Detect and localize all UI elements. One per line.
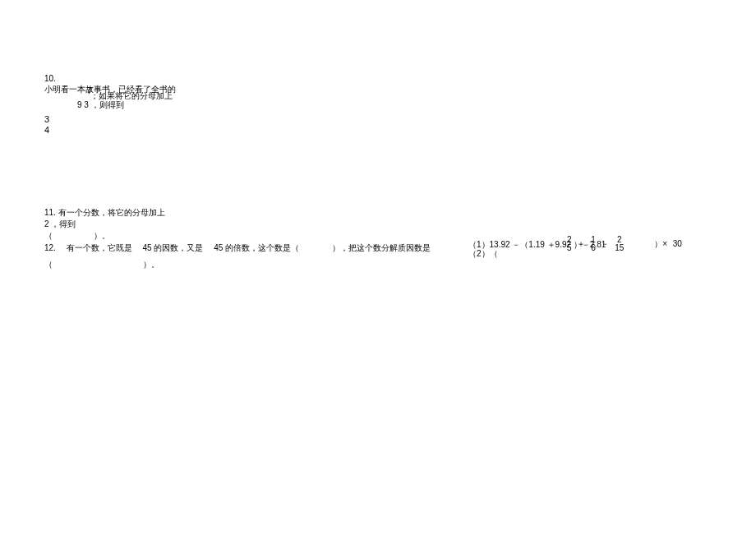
close-paren-times: ）× bbox=[629, 238, 667, 250]
fraction-expression: 2 5 ＋ 1 6 － 2 15 ）× 30 bbox=[565, 236, 684, 252]
fraction-denominator: 30 bbox=[673, 240, 682, 248]
fraction-blank-30: 30 bbox=[673, 240, 682, 248]
q10-number: 10. bbox=[44, 74, 176, 83]
q12-blank: （ ）。 bbox=[44, 259, 159, 270]
q10-text-line3: 9 3 ，则得到 bbox=[77, 99, 124, 111]
q10-fraction-3-4: 3 4 bbox=[44, 114, 49, 136]
q11-text-line1: 11. 有一个分数，将它的分母加上 bbox=[44, 207, 165, 219]
question-11: 11. 有一个分数，将它的分母加上 2 ，得到 bbox=[44, 207, 165, 230]
minus-operator: － bbox=[601, 238, 609, 250]
q11-blank: （ ）。 bbox=[44, 230, 110, 242]
fraction-denominator: 15 bbox=[615, 244, 624, 252]
fraction-2-5: 2 5 bbox=[567, 236, 572, 252]
fraction-denominator: 6 bbox=[591, 244, 596, 252]
question-10: 10. 小明看一本故事书，已经看了全书的 7 ；如果将它的分母加上 9 3 ，则… bbox=[44, 74, 176, 95]
q12-text-line1: 12. 有一个数，它既是 45 的因数，又是 45 的倍数，这个数是（ ），把这… bbox=[44, 242, 537, 254]
fraction-1-6: 1 6 bbox=[591, 236, 596, 252]
q11-text-line2: 2 ，得到 bbox=[44, 219, 165, 230]
fraction-denominator: 4 bbox=[44, 125, 49, 136]
fraction-denominator: 5 bbox=[567, 244, 572, 252]
plus-operator: ＋ bbox=[577, 238, 585, 250]
fraction-2-15: 2 15 bbox=[615, 236, 624, 252]
fraction-numerator: 3 bbox=[44, 114, 49, 125]
question-12: 12. 有一个数，它既是 45 的因数，又是 45 的倍数，这个数是（ ），把这… bbox=[44, 242, 537, 254]
